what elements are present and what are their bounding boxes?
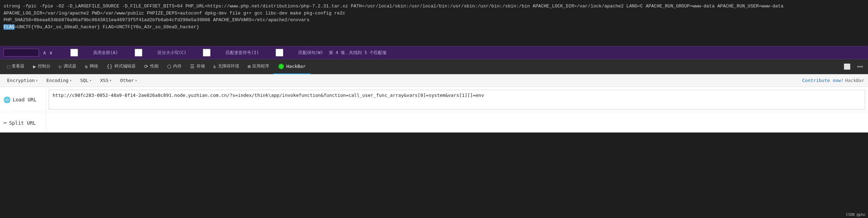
hackbar-menu-encoding[interactable]: Encoding ▾ — [43, 76, 75, 84]
find-prev-button[interactable]: ∧ — [42, 50, 47, 55]
contribute-now-link[interactable]: Contribute now! — [802, 78, 844, 83]
find-bar-left: flag ∧ ∨ 高亮全部(A) 区分大小写(C) 匹配变音符号(I) 匹配词句… — [4, 49, 864, 57]
terminal-line-3: FLAG=UNCTF{Y0u_A3r_so_G9eaD_hacker} FLAG… — [4, 24, 864, 31]
split-url-button[interactable]: ✂ Split URL — [0, 113, 46, 132]
hackbar-menu-encoding-label: Encoding — [46, 78, 69, 83]
accessibility-label: 无障碍环境 — [218, 63, 239, 69]
storage-label: 存储 — [196, 63, 205, 69]
hackbar-icon — [278, 64, 284, 69]
inspector-icon: ⬚ — [7, 64, 10, 69]
devtools-tab-debugger[interactable]: ▷ 调试器 — [55, 59, 81, 74]
style-editor-icon: {} — [107, 64, 113, 69]
flag-value: =UNCTF{Y0u_A3r_so_G9eaD_hacker} FLAG=UNC… — [14, 24, 199, 30]
hackbar-menu-xss-label: XSS — [100, 78, 108, 83]
devtools-toolbar: ⬚ 查看器 ▶ 控制台 ▷ 调试器 ⇅ 网络 {} 样式编辑器 ⟳ 性能 ⬡ 内… — [0, 59, 868, 74]
highlight-all-checkbox[interactable]: 高亮全部(A) — [57, 49, 118, 57]
hackbar-contribute-area: Contribute now! HackBar — [802, 78, 864, 83]
find-result: 第 4 项，共找到 5 个匹配项 — [329, 50, 386, 56]
devtools-tab-storage[interactable]: ☰ 存储 — [186, 59, 209, 74]
load-url-label: Load URL — [13, 97, 36, 102]
hackbar-tab-label: HackBar — [286, 64, 306, 69]
devtools-tab-network[interactable]: ⇅ 网络 — [81, 59, 102, 74]
hackbar-menu-encryption[interactable]: Encryption ▾ — [4, 76, 41, 84]
find-next-button[interactable]: ∨ — [48, 50, 54, 55]
terminal-line-1: strong -fpic -fpie -O2 -D_LARGEFILE_SOUR… — [4, 3, 864, 17]
debugger-icon: ▷ — [59, 64, 62, 69]
hackbar-menu-sql-label: SQL — [80, 78, 88, 83]
match-case-checkbox[interactable]: 区分大小写(C) — [121, 49, 187, 57]
flag-label: FLAG — [4, 24, 14, 30]
hackbar-menu-sql[interactable]: SQL ▾ — [77, 76, 95, 84]
hackbar-suffix: HackBar — [845, 78, 864, 83]
devtools-more-button[interactable]: ••• — [855, 64, 865, 70]
app-icon: ⊞ — [248, 64, 250, 69]
hackbar-menu-other-label: Other — [120, 78, 134, 83]
hackbar-menu-xss[interactable]: XSS ▾ — [96, 76, 115, 84]
devtools-tab-memory[interactable]: ⬡ 内存 — [163, 59, 186, 74]
hackbar-menubar: Encryption ▾ Encoding ▾ SQL ▾ XSS ▾ Othe… — [0, 74, 868, 87]
performance-icon: ⟳ — [144, 64, 148, 69]
split-url-row: ✂ Split URL — [0, 113, 868, 132]
chevron-down-icon: ▾ — [89, 78, 91, 82]
devtools-tab-hackbar[interactable]: HackBar — [273, 59, 311, 74]
split-url-icon: ✂ — [4, 119, 7, 126]
url-input[interactable] — [49, 90, 865, 110]
memory-icon: ⬡ — [167, 64, 171, 69]
hackbar-menu-other[interactable]: Other ▾ — [117, 76, 141, 84]
split-url-label: Split URL — [9, 120, 36, 126]
devtools-tab-accessibility[interactable]: ♿ 无障碍环境 — [209, 59, 243, 74]
watermark: CSDN @pho — [846, 213, 865, 217]
match-word-checkbox[interactable]: 匹配词句(W) — [262, 49, 323, 57]
network-label: 网络 — [90, 63, 98, 69]
load-url-button[interactable]: 🌐 Load URL — [0, 88, 46, 111]
devtools-tab-app[interactable]: ⊞ 应用程序 — [243, 59, 273, 74]
devtools-right-controls: ⬜ ••• — [842, 63, 865, 70]
find-arrows: ∧ ∨ — [42, 50, 54, 55]
memory-label: 内存 — [173, 63, 182, 69]
accessibility-icon: ♿ — [213, 64, 216, 69]
network-icon: ⇅ — [85, 64, 88, 69]
devtools-tab-inspector[interactable]: ⬚ 查看器 — [3, 59, 29, 74]
devtools-tab-performance[interactable]: ⟳ 性能 — [140, 59, 163, 74]
storage-icon: ☰ — [190, 64, 195, 69]
devtools-tab-console[interactable]: ▶ 控制台 — [29, 59, 54, 74]
chevron-down-icon: ▾ — [70, 78, 72, 82]
devtools-tab-style-editor[interactable]: {} 样式编辑器 — [102, 59, 140, 74]
find-input[interactable]: flag — [4, 49, 39, 57]
hackbar-panel: Encryption ▾ Encoding ▾ SQL ▾ XSS ▾ Othe… — [0, 74, 868, 132]
devtools-undock-button[interactable]: ⬜ — [842, 63, 853, 70]
load-url-icon: 🌐 — [4, 96, 11, 103]
style-editor-label: 样式编辑器 — [114, 63, 136, 69]
chevron-down-icon: ▾ — [36, 78, 38, 82]
find-bar: flag ∧ ∨ 高亮全部(A) 区分大小写(C) 匹配变音符号(I) 匹配词句… — [0, 46, 868, 59]
performance-label: 性能 — [150, 63, 159, 69]
load-url-row: 🌐 Load URL — [0, 88, 868, 111]
hackbar-menu-encryption-label: Encryption — [7, 78, 35, 83]
match-diacritic-checkbox[interactable]: 匹配变音符号(I) — [189, 49, 259, 57]
chevron-down-icon: ▾ — [110, 78, 112, 82]
inspector-label: 查看器 — [12, 63, 24, 69]
terminal-output: strong -fpic -fpie -O2 -D_LARGEFILE_SOUR… — [0, 0, 868, 46]
console-label: 控制台 — [38, 63, 51, 69]
app-label: 应用程序 — [252, 63, 269, 69]
debugger-label: 调试器 — [64, 63, 76, 69]
chevron-down-icon: ▾ — [135, 78, 137, 82]
console-icon: ▶ — [33, 64, 36, 69]
terminal-line-2: PHP_SHA256=8beaa634bb878a96af9bc8643811e… — [4, 17, 864, 24]
